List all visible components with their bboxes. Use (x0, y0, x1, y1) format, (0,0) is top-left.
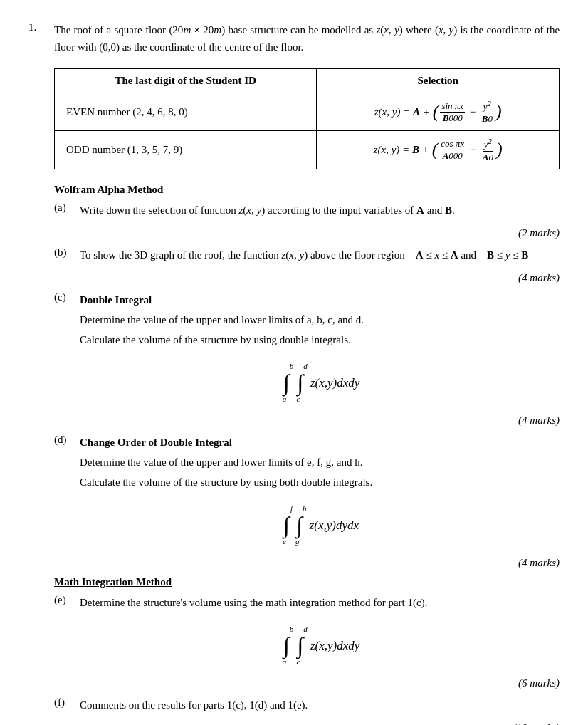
part-d-label: (d) (54, 434, 80, 446)
part-c-text1: Determine the value of the upper and low… (80, 311, 560, 328)
part-f: (f) Comments on the results for parts 1(… (54, 697, 560, 716)
inner-lower-d: g (295, 536, 300, 548)
table-header-col2: Selection (317, 69, 560, 93)
left-paren: ( (433, 103, 439, 121)
inner-lower-e: c (296, 656, 300, 669)
part-b-text: To show the 3D graph of the roof, the fu… (80, 246, 560, 264)
part-b-label: (b) (54, 246, 80, 259)
frac-num-1: sin πx (440, 100, 465, 113)
part-c-integral: b ∫ a d ∫ c z(x, y) dx dy (80, 355, 560, 406)
part-c-bold: Double Integral (80, 291, 560, 308)
question-1: 1. The roof of a square floor (20m × 20m… (28, 21, 560, 725)
part-c: (c) Double Integral Determine the value … (54, 291, 560, 409)
right-paren-2: ) (496, 140, 503, 159)
part-b-marks: (4 marks) (54, 272, 560, 284)
part-d-text1: Determine the value of the upper and low… (80, 454, 560, 471)
part-d: (d) Change Order of Double Integral Dete… (54, 434, 560, 551)
frac-den-3: A000 (441, 150, 464, 162)
even-formula: z(x, y) = A + ( sin πx B000 − y2 B0 (374, 99, 502, 125)
part-a: (a) Write down the selection of function… (54, 202, 560, 221)
double-integral-d: f ∫ e h ∫ g z(x, y) dy dx (280, 503, 359, 548)
outer-integral-d: f ∫ e (280, 503, 293, 548)
part-e-label: (e) (54, 594, 80, 606)
part-f-marks: (10 marks) (54, 722, 560, 725)
part-e-text: Determine the structure's volume using t… (80, 594, 560, 611)
inner-sym-d: ∫ (296, 515, 303, 536)
part-e-integral: b ∫ a d ∫ c z(x, y) dx dy (80, 618, 560, 669)
question-content: The roof of a square floor (20m × 20m) b… (54, 21, 560, 725)
inner-sym-c: ∫ (298, 372, 304, 393)
inner-upper-e: d (303, 623, 308, 636)
part-d-integral: f ∫ e h ∫ g z(x, y) dy dx (80, 498, 560, 548)
unit: m × 20m (183, 24, 221, 36)
part-d-marks: (4 marks) (54, 557, 560, 569)
frac-den-1: B000 (441, 113, 464, 124)
table-header-col1: The last digit of the Student ID (55, 69, 317, 93)
selection-table: The last digit of the Student ID Selecti… (54, 68, 560, 169)
part-d-text2: Calculate the volume of the structure by… (80, 474, 560, 491)
outer-sym-c: ∫ (283, 372, 290, 393)
part-d-bold: Change Order of Double Integral (80, 434, 560, 451)
part-c-marks: (4 marks) (54, 414, 560, 427)
part-a-content: Write down the selection of function z(x… (80, 202, 560, 221)
part-f-label: (f) (54, 697, 80, 709)
part-c-content: Double Integral Determine the value of t… (80, 291, 560, 409)
outer-lower-d: e (283, 536, 286, 548)
part-c-text2: Calculate the volume of the structure by… (80, 331, 560, 348)
part-d-content: Change Order of Double Integral Determin… (80, 434, 560, 551)
inner-lower-c: c (296, 393, 300, 406)
math-heading: Math Integration Method (54, 576, 560, 588)
inner-integral-c: d ∫ c (293, 360, 308, 406)
table-row: EVEN number (2, 4, 6, 8, 0) z(x, y) = A … (55, 93, 560, 131)
question-number: 1. (28, 21, 54, 725)
outer-integral-c: b ∫ a (280, 360, 294, 406)
intro-paragraph: The roof of a square floor (20m × 20m) b… (54, 21, 560, 56)
table-cell-even-formula: z(x, y) = A + ( sin πx B000 − y2 B0 (317, 93, 560, 131)
part-f-content: Comments on the results for parts 1(c), … (80, 697, 560, 716)
table-row: ODD number (1, 3, 5, 7, 9) z(x, y) = B +… (55, 131, 560, 169)
inner-integral-e: d ∫ c (293, 623, 308, 669)
part-f-text: Comments on the results for parts 1(c), … (80, 697, 560, 714)
frac-num-2: y2 (482, 99, 493, 113)
inner-sym-e: ∫ (298, 635, 304, 656)
outer-lower-e: a (283, 656, 287, 669)
fraction-1: sin πx B000 (440, 100, 465, 124)
part-a-text: Write down the selection of function z(x… (80, 202, 560, 219)
table-cell-odd-label: ODD number (1, 3, 5, 7, 9) (55, 131, 317, 169)
part-b: (b) To show the 3D graph of the roof, th… (54, 246, 560, 266)
fraction-3: cos πx A000 (439, 138, 466, 162)
fraction-2: y2 B0 (481, 99, 494, 125)
frac-den-2: B0 (481, 113, 494, 125)
fraction-4: y2 A0 (481, 137, 495, 162)
part-b-content: To show the 3D graph of the roof, the fu… (80, 246, 560, 266)
frac-den-4: A0 (481, 152, 495, 163)
outer-lower-c: a (283, 393, 287, 406)
wolfram-heading: Wolfram Alpha Method (54, 184, 560, 196)
part-a-label: (a) (54, 202, 80, 214)
outer-sym-d: ∫ (283, 515, 290, 536)
double-integral-c: b ∫ a d ∫ c z(x, y) dx dy (280, 360, 360, 406)
right-paren: ) (495, 103, 502, 121)
outer-sym-e: ∫ (283, 635, 290, 656)
table-cell-even-label: EVEN number (2, 4, 6, 8, 0) (55, 93, 317, 131)
odd-formula: z(x, y) = B + ( cos πx A000 − y2 A0 (374, 137, 503, 162)
outer-integral-e: b ∫ a (280, 623, 294, 669)
part-a-marks: (2 marks) (54, 227, 560, 239)
frac-num-3: cos πx (439, 138, 466, 150)
inner-upper-c: d (303, 360, 308, 373)
inner-upper-d: h (303, 503, 307, 516)
part-c-label: (c) (54, 291, 80, 303)
table-cell-odd-formula: z(x, y) = B + ( cos πx A000 − y2 A0 (317, 131, 560, 169)
part-e-content: Determine the structure's volume using t… (80, 594, 560, 672)
left-paren-2: ( (432, 140, 439, 159)
inner-integral-d: h ∫ g (293, 503, 307, 548)
frac-num-4: y2 (483, 137, 493, 151)
double-integral-e: b ∫ a d ∫ c z(x, y) dx dy (280, 623, 360, 669)
part-e: (e) Determine the structure's volume usi… (54, 594, 560, 672)
part-e-marks: (6 marks) (54, 677, 560, 689)
